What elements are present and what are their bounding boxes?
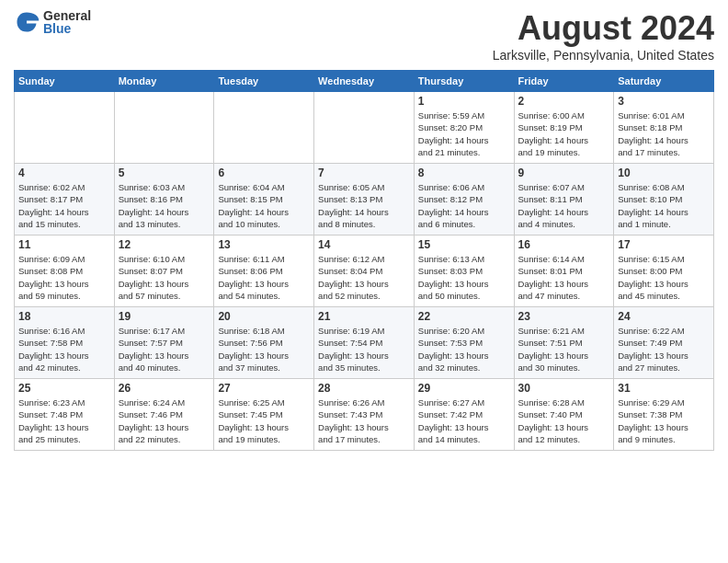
calendar-cell: 16Sunrise: 6:14 AM Sunset: 8:01 PM Dayli… xyxy=(514,236,614,307)
day-number: 23 xyxy=(518,310,610,323)
calendar-cell: 12Sunrise: 6:10 AM Sunset: 8:07 PM Dayli… xyxy=(114,236,214,307)
calendar-cell: 13Sunrise: 6:11 AM Sunset: 8:06 PM Dayli… xyxy=(214,236,314,307)
day-info: Sunrise: 6:23 AM Sunset: 7:48 PM Dayligh… xyxy=(18,396,110,445)
day-info: Sunrise: 6:02 AM Sunset: 8:17 PM Dayligh… xyxy=(18,181,110,230)
day-number: 18 xyxy=(18,310,110,323)
day-info: Sunrise: 6:00 AM Sunset: 8:19 PM Dayligh… xyxy=(518,109,610,158)
day-info: Sunrise: 6:06 AM Sunset: 8:12 PM Dayligh… xyxy=(418,181,510,230)
calendar-cell xyxy=(314,92,415,164)
calendar-cell: 21Sunrise: 6:19 AM Sunset: 7:54 PM Dayli… xyxy=(314,307,415,379)
day-number: 19 xyxy=(119,310,210,323)
day-number: 30 xyxy=(518,382,610,395)
calendar-cell: 8Sunrise: 6:06 AM Sunset: 8:12 PM Daylig… xyxy=(414,164,514,236)
day-info: Sunrise: 6:20 AM Sunset: 7:53 PM Dayligh… xyxy=(418,325,510,373)
calendar-cell: 28Sunrise: 6:26 AM Sunset: 7:43 PM Dayli… xyxy=(314,379,415,451)
weekday-header-friday: Friday xyxy=(514,71,614,92)
day-number: 9 xyxy=(518,167,610,179)
day-number: 27 xyxy=(218,382,310,395)
day-number: 15 xyxy=(418,238,510,251)
day-number: 4 xyxy=(18,167,110,179)
weekday-header-sunday: Sunday xyxy=(15,71,115,92)
day-number: 8 xyxy=(418,167,510,179)
day-number: 22 xyxy=(418,310,510,323)
day-info: Sunrise: 6:11 AM Sunset: 8:06 PM Dayligh… xyxy=(218,253,310,302)
calendar-cell xyxy=(114,92,214,164)
calendar-week-0: 1Sunrise: 5:59 AM Sunset: 8:20 PM Daylig… xyxy=(15,92,714,164)
weekday-header-wednesday: Wednesday xyxy=(314,71,415,92)
day-number: 21 xyxy=(318,310,410,323)
day-info: Sunrise: 6:22 AM Sunset: 7:49 PM Dayligh… xyxy=(618,325,710,373)
day-info: Sunrise: 6:03 AM Sunset: 8:16 PM Dayligh… xyxy=(119,181,210,230)
day-info: Sunrise: 6:10 AM Sunset: 8:07 PM Dayligh… xyxy=(119,253,210,302)
calendar-cell: 29Sunrise: 6:27 AM Sunset: 7:42 PM Dayli… xyxy=(414,379,514,451)
calendar-cell: 10Sunrise: 6:08 AM Sunset: 8:10 PM Dayli… xyxy=(614,164,714,236)
calendar-week-1: 4Sunrise: 6:02 AM Sunset: 8:17 PM Daylig… xyxy=(15,164,714,236)
logo-icon xyxy=(14,9,40,35)
logo: General Blue xyxy=(14,9,91,35)
calendar-header: SundayMondayTuesdayWednesdayThursdayFrid… xyxy=(15,71,714,92)
day-info: Sunrise: 6:08 AM Sunset: 8:10 PM Dayligh… xyxy=(618,181,710,230)
calendar-cell: 20Sunrise: 6:18 AM Sunset: 7:56 PM Dayli… xyxy=(214,307,314,379)
calendar-cell: 19Sunrise: 6:17 AM Sunset: 7:57 PM Dayli… xyxy=(114,307,214,379)
day-number: 5 xyxy=(119,167,210,179)
calendar-cell: 17Sunrise: 6:15 AM Sunset: 8:00 PM Dayli… xyxy=(614,236,714,307)
day-number: 20 xyxy=(218,310,310,323)
day-info: Sunrise: 6:28 AM Sunset: 7:40 PM Dayligh… xyxy=(518,396,610,445)
title-block: August 2024 Larksville, Pennsylvania, Un… xyxy=(493,9,714,63)
day-info: Sunrise: 6:16 AM Sunset: 7:58 PM Dayligh… xyxy=(18,325,110,373)
calendar-cell: 22Sunrise: 6:20 AM Sunset: 7:53 PM Dayli… xyxy=(414,307,514,379)
calendar-table: SundayMondayTuesdayWednesdayThursdayFrid… xyxy=(14,70,714,451)
day-number: 17 xyxy=(618,238,710,251)
day-number: 2 xyxy=(518,95,610,108)
day-number: 29 xyxy=(418,382,510,395)
day-info: Sunrise: 6:15 AM Sunset: 8:00 PM Dayligh… xyxy=(618,253,710,302)
day-number: 12 xyxy=(119,238,210,251)
day-info: Sunrise: 6:27 AM Sunset: 7:42 PM Dayligh… xyxy=(418,396,510,445)
day-number: 26 xyxy=(119,382,210,395)
calendar-cell: 23Sunrise: 6:21 AM Sunset: 7:51 PM Dayli… xyxy=(514,307,614,379)
calendar-cell: 24Sunrise: 6:22 AM Sunset: 7:49 PM Dayli… xyxy=(614,307,714,379)
calendar-cell: 3Sunrise: 6:01 AM Sunset: 8:18 PM Daylig… xyxy=(614,92,714,164)
day-info: Sunrise: 6:07 AM Sunset: 8:11 PM Dayligh… xyxy=(518,181,610,230)
day-info: Sunrise: 6:12 AM Sunset: 8:04 PM Dayligh… xyxy=(318,253,410,302)
day-info: Sunrise: 6:21 AM Sunset: 7:51 PM Dayligh… xyxy=(518,325,610,373)
calendar-week-2: 11Sunrise: 6:09 AM Sunset: 8:08 PM Dayli… xyxy=(15,236,714,307)
calendar-cell: 15Sunrise: 6:13 AM Sunset: 8:03 PM Dayli… xyxy=(414,236,514,307)
day-info: Sunrise: 6:24 AM Sunset: 7:46 PM Dayligh… xyxy=(119,396,210,445)
weekday-header-thursday: Thursday xyxy=(414,71,514,92)
calendar-cell: 27Sunrise: 6:25 AM Sunset: 7:45 PM Dayli… xyxy=(214,379,314,451)
day-info: Sunrise: 6:01 AM Sunset: 8:18 PM Dayligh… xyxy=(618,109,710,158)
weekday-header-saturday: Saturday xyxy=(614,71,714,92)
day-info: Sunrise: 6:18 AM Sunset: 7:56 PM Dayligh… xyxy=(218,325,310,373)
day-info: Sunrise: 6:17 AM Sunset: 7:57 PM Dayligh… xyxy=(119,325,210,373)
calendar-cell: 4Sunrise: 6:02 AM Sunset: 8:17 PM Daylig… xyxy=(15,164,115,236)
calendar-cell: 30Sunrise: 6:28 AM Sunset: 7:40 PM Dayli… xyxy=(514,379,614,451)
day-info: Sunrise: 6:25 AM Sunset: 7:45 PM Dayligh… xyxy=(218,396,310,445)
page-header: General Blue August 2024 Larksville, Pen… xyxy=(14,9,714,63)
day-number: 25 xyxy=(18,382,110,395)
day-number: 14 xyxy=(318,238,410,251)
day-info: Sunrise: 6:04 AM Sunset: 8:15 PM Dayligh… xyxy=(218,181,310,230)
day-info: Sunrise: 6:14 AM Sunset: 8:01 PM Dayligh… xyxy=(518,253,610,302)
day-number: 24 xyxy=(618,310,710,323)
day-info: Sunrise: 6:29 AM Sunset: 7:38 PM Dayligh… xyxy=(618,396,710,445)
day-number: 16 xyxy=(518,238,610,251)
logo-blue-label: Blue xyxy=(43,22,91,35)
calendar-cell: 2Sunrise: 6:00 AM Sunset: 8:19 PM Daylig… xyxy=(514,92,614,164)
day-info: Sunrise: 6:19 AM Sunset: 7:54 PM Dayligh… xyxy=(318,325,410,373)
calendar-cell: 5Sunrise: 6:03 AM Sunset: 8:16 PM Daylig… xyxy=(114,164,214,236)
day-number: 10 xyxy=(618,167,710,179)
calendar-week-4: 25Sunrise: 6:23 AM Sunset: 7:48 PM Dayli… xyxy=(15,379,714,451)
day-info: Sunrise: 5:59 AM Sunset: 8:20 PM Dayligh… xyxy=(418,109,510,158)
day-number: 6 xyxy=(218,167,310,179)
day-info: Sunrise: 6:09 AM Sunset: 8:08 PM Dayligh… xyxy=(18,253,110,302)
calendar-cell: 7Sunrise: 6:05 AM Sunset: 8:13 PM Daylig… xyxy=(314,164,415,236)
logo-general-label: General xyxy=(43,9,91,22)
calendar-cell: 14Sunrise: 6:12 AM Sunset: 8:04 PM Dayli… xyxy=(314,236,415,307)
weekday-row: SundayMondayTuesdayWednesdayThursdayFrid… xyxy=(15,71,714,92)
calendar-cell: 1Sunrise: 5:59 AM Sunset: 8:20 PM Daylig… xyxy=(414,92,514,164)
month-year-title: August 2024 xyxy=(493,9,714,48)
calendar-cell: 6Sunrise: 6:04 AM Sunset: 8:15 PM Daylig… xyxy=(214,164,314,236)
day-number: 11 xyxy=(18,238,110,251)
day-number: 28 xyxy=(318,382,410,395)
